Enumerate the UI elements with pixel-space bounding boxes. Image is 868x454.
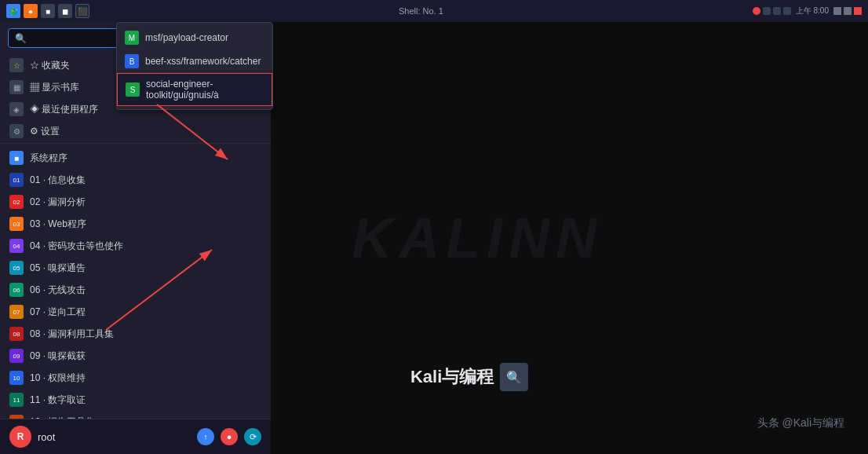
kali-logo-text: KALINN [352, 206, 603, 270]
menu-item-08[interactable]: 08 08 · 漏洞利用工具集 [0, 323, 271, 345]
taskbar-app-icon-4[interactable]: ◼ [58, 4, 72, 18]
footer-actions: ↑ ● ⟳ [197, 428, 261, 445]
settings-label: ⚙ 设置 [30, 125, 60, 138]
submenu-item-1[interactable]: M msf/payload-creator [117, 26, 272, 49]
search-icon: 🔍 [15, 33, 27, 44]
menu-item-10[interactable]: 10 10 · 权限维持 [0, 367, 271, 389]
submenu-item-3[interactable]: S social-engineer-toolkit/gui/gnuis/à [117, 73, 272, 106]
menu-item-04[interactable]: 04 04 · 密码攻击等也使作 [0, 235, 271, 257]
tray-icon-1 [753, 7, 760, 15]
item-10-icon: 10 [9, 371, 24, 385]
item-03-icon: 03 [9, 217, 24, 231]
window-controls [833, 7, 862, 15]
user-name: root [38, 431, 55, 443]
tray-icon-4 [783, 7, 791, 15]
item-11-label: 11 · 数字取证 [30, 394, 86, 407]
sys-label: 系统程序 [30, 152, 67, 165]
menu-footer: R root ↑ ● ⟳ [0, 419, 271, 454]
submenu-item-2[interactable]: B beef-xss/framework/catcher [117, 49, 272, 73]
taskbar-title: Shell: No. 1 [399, 6, 443, 16]
user-avatar: R [9, 426, 31, 448]
bottom-watermark: 头条 @Kali与编程 [757, 416, 844, 430]
menu-item-06[interactable]: 06 06 · 无线攻击 [0, 279, 271, 301]
item-09-label: 09 · 嗅探截获 [30, 350, 86, 363]
footer-btn-2[interactable]: ● [221, 428, 238, 445]
item-03-label: 03 · Web程序 [30, 218, 86, 231]
submenu-label-1: msf/payload-creator [145, 32, 228, 43]
item-06-icon: 06 [9, 283, 24, 297]
kali-label-container: Kali与编程 🔍 [410, 363, 528, 391]
taskbar-app-icon-2[interactable]: ● [24, 4, 38, 18]
maximize-btn[interactable] [844, 7, 852, 15]
menu-item-settings[interactable]: ⚙ ⚙ 设置 [0, 120, 271, 144]
taskbar-app-icon-3[interactable]: ■ [41, 4, 55, 18]
footer-btn-3[interactable]: ⟳ [244, 428, 261, 445]
item-05-label: 05 · 嗅探通告 [30, 262, 86, 275]
submenu-panel: M msf/payload-creator B beef-xss/framewo… [116, 22, 273, 110]
taskbar-terminal-icon[interactable]: ⬛ [75, 4, 89, 18]
submenu-icon-2: B [125, 54, 139, 68]
item-11-icon: 11 [9, 393, 24, 407]
menu-item-sys[interactable]: ■ 系统程序 [0, 147, 271, 169]
recently-used-label: ◈ 最近使用程序 [30, 103, 98, 116]
item-02-label: 02 · 漏洞分析 [30, 196, 86, 209]
menu-item-02[interactable]: 02 02 · 漏洞分析 [0, 191, 271, 213]
minimize-btn[interactable] [833, 7, 841, 15]
submenu-icon-1: M [125, 31, 139, 45]
favorites-icon: ☆ [9, 58, 24, 72]
submenu-label-2: beef-xss/framework/catcher [145, 56, 261, 67]
kali-watermark: KALINN [352, 206, 603, 270]
item-05-icon: 05 [9, 261, 24, 275]
menu-item-11[interactable]: 11 11 · 数字取证 [0, 389, 271, 411]
item-06-label: 06 · 无线攻击 [30, 284, 86, 297]
menu-item-01[interactable]: 01 01 · 信息收集 [0, 169, 271, 191]
taskbar-right: 上午 8:00 [753, 5, 862, 16]
item-08-icon: 08 [9, 327, 24, 341]
taskbar-center-label: Shell: No. 1 [399, 6, 443, 16]
item-04-label: 04 · 密码攻击等也使作 [30, 240, 123, 253]
item-04-icon: 04 [9, 239, 24, 253]
item-09-icon: 09 [9, 349, 24, 363]
tray-icons [753, 7, 791, 15]
close-btn[interactable] [854, 7, 862, 15]
tray-icon-2 [763, 7, 771, 15]
all-apps-label: ▦ 显示书库 [30, 81, 79, 94]
submenu-label-3: social-engineer-toolkit/gui/gnuis/à [146, 79, 264, 101]
kali-search-button[interactable]: 🔍 [500, 363, 528, 391]
footer-btn-1[interactable]: ↑ [197, 428, 214, 445]
kali-label-text: Kali与编程 [410, 365, 494, 389]
item-01-icon: 01 [9, 173, 24, 187]
taskbar-time: 上午 8:00 [796, 5, 829, 16]
sys-icon: ■ [9, 151, 24, 165]
menu-item-05[interactable]: 05 05 · 嗅探通告 [0, 257, 271, 279]
taskbar: 🐉 ● ■ ◼ ⬛ Shell: No. 1 上午 8:00 [0, 0, 868, 22]
taskbar-left: 🐉 ● ■ ◼ ⬛ [6, 4, 89, 18]
menu-item-03[interactable]: 03 03 · Web程序 [0, 213, 271, 235]
settings-icon: ⚙ [9, 124, 24, 138]
taskbar-app-icon-1[interactable]: 🐉 [6, 4, 20, 18]
item-07-label: 07 · 逆向工程 [30, 306, 86, 319]
all-apps-icon: ▦ [9, 80, 24, 94]
menu-item-12[interactable]: 12 12 · 报告工具集 [0, 411, 271, 419]
recently-used-icon: ◈ [9, 102, 24, 116]
tray-icon-3 [773, 7, 781, 15]
item-08-label: 08 · 漏洞利用工具集 [30, 328, 114, 341]
menu-item-09[interactable]: 09 09 · 嗅探截获 [0, 345, 271, 367]
item-10-label: 10 · 权限维持 [30, 372, 86, 385]
submenu-icon-3: S [126, 82, 140, 97]
item-01-label: 01 · 信息收集 [30, 174, 86, 187]
favorites-label: ☆ 收藏夹 [30, 59, 70, 72]
item-02-icon: 02 [9, 195, 24, 209]
menu-item-07[interactable]: 07 07 · 逆向工程 [0, 301, 271, 323]
item-07-icon: 07 [9, 305, 24, 319]
